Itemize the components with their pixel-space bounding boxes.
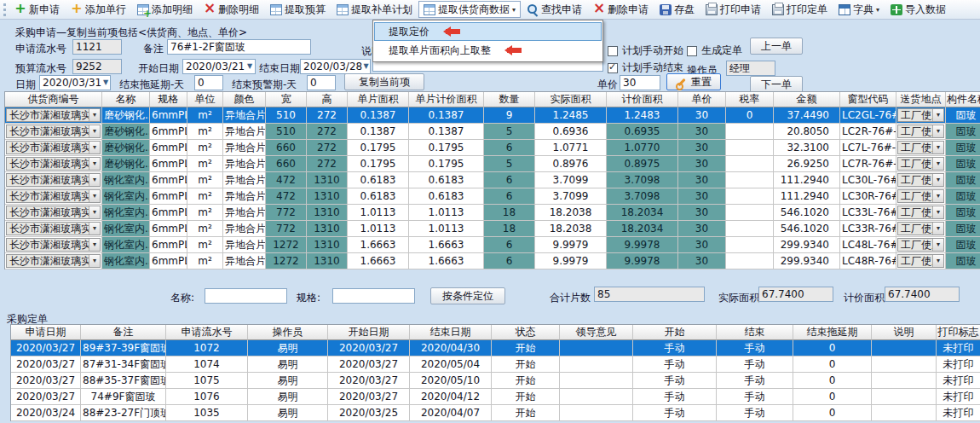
- qty-cell[interactable]: 5: [484, 156, 535, 172]
- chevron-down-icon[interactable]: ▾: [89, 158, 100, 170]
- table-row[interactable]: 长沙市潇湘玻璃实...▾钢化室内...6mmPLE...m²异地合片772131…: [5, 205, 980, 221]
- width-cell[interactable]: 1272: [266, 253, 307, 269]
- end-delay-cell[interactable]: 0: [793, 405, 872, 421]
- print-flag-header[interactable]: 打印标志: [937, 325, 980, 340]
- end-cell[interactable]: 手动: [717, 340, 793, 356]
- unit-cell[interactable]: m²: [187, 205, 223, 221]
- amount-cell[interactable]: 32.3100: [774, 140, 840, 156]
- chevron-down-icon[interactable]: ▾: [932, 190, 943, 202]
- priced-area-cell[interactable]: 1.0770: [607, 140, 678, 156]
- tax-rate-cell[interactable]: [726, 124, 774, 140]
- end-delay-cell[interactable]: 0: [793, 373, 872, 389]
- color-cell[interactable]: 异地合片: [223, 188, 266, 205]
- request-date-cell[interactable]: 2020/03/24: [11, 405, 81, 421]
- chevron-down-icon[interactable]: ▼: [245, 60, 255, 73]
- piece-priced-area-cell[interactable]: 1.0113: [409, 205, 484, 221]
- width-cell[interactable]: 660: [266, 156, 307, 172]
- actual-area-cell[interactable]: 0.8976: [535, 156, 607, 172]
- unit-cell[interactable]: m²: [187, 253, 223, 269]
- chevron-down-icon[interactable]: ▾: [89, 206, 100, 218]
- color-cell[interactable]: 异地合片: [223, 205, 266, 221]
- operator-cell[interactable]: 易明: [248, 373, 328, 389]
- height-cell[interactable]: 1310: [307, 237, 348, 253]
- spec-cell[interactable]: 6mmPLE...: [150, 156, 187, 172]
- component-name-cell[interactable]: 固玻: [946, 205, 980, 221]
- name-cell[interactable]: 磨砂钢化...: [102, 156, 150, 172]
- piece-priced-area-header[interactable]: 单片计价面积: [409, 92, 484, 107]
- window-code-cell[interactable]: LC7R-76#-1FO: [840, 156, 896, 172]
- unit-cell[interactable]: m²: [187, 156, 223, 172]
- priced-area-cell[interactable]: 0.6935: [607, 124, 678, 140]
- unit-cell[interactable]: m²: [187, 188, 223, 205]
- supplier-dropdown[interactable]: 长沙市潇湘玻璃实...▾: [6, 254, 101, 268]
- delivery-location-dropdown[interactable]: 工厂使用▾: [897, 108, 944, 122]
- toolbar-button-import-data[interactable]: 导入数据: [885, 1, 951, 18]
- chevron-down-icon[interactable]: ▾: [89, 255, 100, 267]
- table-row[interactable]: 2020/03/2787#31-34F窗固玻1074易明2020/03/2720…: [11, 356, 980, 373]
- name-cell[interactable]: 磨砂钢化...: [102, 124, 150, 140]
- piece-area-cell[interactable]: 0.6183: [348, 172, 409, 188]
- unit-price-field[interactable]: [620, 75, 660, 90]
- operator-cell[interactable]: 易明: [248, 340, 328, 356]
- delivery-location-header[interactable]: 送货地点: [896, 92, 946, 107]
- delivery-location-cell[interactable]: 工厂使用▾: [896, 156, 946, 172]
- start-date-cell[interactable]: 2020/03/27: [328, 389, 410, 405]
- height-cell[interactable]: 1310: [307, 188, 348, 205]
- amount-cell[interactable]: 26.9250: [774, 156, 840, 172]
- request-no-cell[interactable]: 1076: [166, 389, 248, 405]
- width-cell[interactable]: 472: [266, 188, 307, 205]
- window-code-cell[interactable]: LC48L-76#...: [840, 237, 896, 253]
- remark-header[interactable]: 备注: [81, 325, 166, 340]
- tax-rate-cell[interactable]: [726, 205, 774, 221]
- end-delay-cell[interactable]: 0: [793, 340, 872, 356]
- amount-cell[interactable]: 20.8050: [774, 124, 840, 140]
- supplier-dropdown[interactable]: 长沙市潇湘玻璃实...▾: [6, 125, 101, 138]
- toolbar-button-save[interactable]: 存盘: [654, 1, 700, 18]
- request-no-cell[interactable]: 1035: [166, 405, 248, 421]
- unit-price-cell[interactable]: 30: [678, 188, 726, 205]
- qty-cell[interactable]: 5: [484, 124, 535, 140]
- height-cell[interactable]: 1310: [307, 172, 348, 188]
- chevron-down-icon[interactable]: ▾: [89, 125, 100, 137]
- qty-cell[interactable]: 6: [484, 237, 535, 253]
- spec-cell[interactable]: 6mmPLE...: [150, 221, 187, 237]
- chevron-down-icon[interactable]: ▼: [362, 60, 370, 73]
- unit-cell[interactable]: m²: [187, 221, 223, 237]
- request-date-header[interactable]: 申请日期: [11, 325, 81, 340]
- status-cell[interactable]: 开始: [492, 373, 560, 389]
- amount-cell[interactable]: 546.1020: [774, 205, 840, 221]
- start-cell[interactable]: 手动: [633, 373, 717, 389]
- request-no-field[interactable]: [72, 39, 122, 55]
- tax-rate-cell[interactable]: [726, 172, 774, 188]
- component-name-cell[interactable]: 固玻: [946, 172, 980, 188]
- leader-opinion-cell[interactable]: [560, 373, 633, 389]
- end-delay-field[interactable]: [194, 75, 223, 90]
- remark-cell[interactable]: 88#23-27F门顶玻: [81, 405, 166, 421]
- start-cell[interactable]: 手动: [633, 340, 717, 356]
- actual-area-cell[interactable]: 3.7099: [535, 188, 607, 205]
- leader-opinion-cell[interactable]: [560, 389, 633, 405]
- width-cell[interactable]: 472: [266, 172, 307, 188]
- end-cell[interactable]: 手动: [717, 389, 793, 405]
- purchase-orders-table[interactable]: 申请日期备注申请流水号操作员开始日期结束日期状态领导意见开始结束结束拖延期说明打…: [10, 324, 980, 421]
- color-cell[interactable]: 异地合片: [223, 156, 266, 172]
- spec-cell[interactable]: 6mmPLE...: [150, 124, 187, 140]
- name-cell[interactable]: 磨砂钢化...: [102, 107, 150, 124]
- table-row[interactable]: 2020/03/2789#37-39F窗固玻1072易明2020/03/2720…: [11, 340, 980, 356]
- copy-current-item-button[interactable]: 复制当前项: [344, 73, 424, 90]
- amount-cell[interactable]: 299.9340: [774, 237, 840, 253]
- name-cell[interactable]: 钢化室内...: [102, 221, 150, 237]
- chevron-down-icon[interactable]: ▾: [89, 190, 100, 202]
- piece-area-cell[interactable]: 0.1795: [348, 156, 409, 172]
- supplier-dropdown[interactable]: 长沙市潇湘玻璃实...▾: [6, 141, 101, 154]
- chevron-down-icon[interactable]: ▾: [932, 174, 943, 186]
- actual-area-cell[interactable]: 9.9979: [535, 253, 607, 269]
- unit-price-cell[interactable]: 30: [678, 221, 726, 237]
- supplier-dropdown[interactable]: 长沙市潇湘玻璃实...▾: [6, 222, 101, 235]
- operator-cell[interactable]: 易明: [248, 356, 328, 373]
- tax-rate-cell[interactable]: [726, 188, 774, 205]
- delivery-location-dropdown[interactable]: 工厂使用▾: [897, 125, 944, 138]
- toolbar-button-extract-budget[interactable]: 提取预算: [265, 1, 331, 18]
- piece-area-cell[interactable]: 1.6663: [348, 237, 409, 253]
- note-cell[interactable]: [872, 356, 937, 373]
